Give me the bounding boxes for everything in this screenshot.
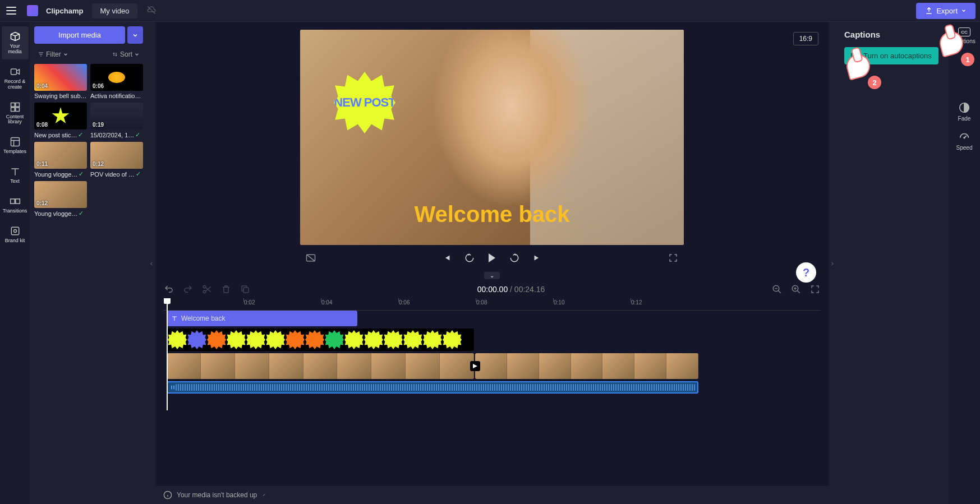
overlay-text: Welcome back bbox=[300, 202, 684, 227]
nav-templates[interactable]: Templates bbox=[2, 132, 29, 159]
step-back-button[interactable] bbox=[463, 252, 476, 264]
svg-rect-1 bbox=[11, 69, 16, 75]
collapse-left-panel[interactable]: ‹ bbox=[148, 22, 155, 504]
video-clip-2[interactable] bbox=[475, 353, 698, 379]
svg-rect-11 bbox=[11, 227, 19, 234]
video-track[interactable] bbox=[163, 353, 821, 379]
text-track[interactable]: Welcome back bbox=[163, 311, 821, 326]
svg-point-18 bbox=[203, 285, 206, 288]
zoom-fit-button[interactable] bbox=[809, 284, 821, 295]
app-name: Clipchamp bbox=[46, 7, 83, 15]
app-logo bbox=[27, 5, 38, 16]
media-panel: Import media Filter Sort 0:04 Swaying be… bbox=[30, 22, 148, 504]
step-fwd-button[interactable] bbox=[508, 252, 521, 264]
undo-button[interactable] bbox=[163, 284, 174, 295]
import-media-dropdown[interactable] bbox=[127, 26, 143, 44]
nav-your-media[interactable]: Your media bbox=[2, 26, 29, 59]
collapse-preview-button[interactable]: ⌄ bbox=[484, 272, 500, 279]
svg-line-25 bbox=[797, 290, 800, 293]
svg-rect-5 bbox=[15, 107, 19, 111]
sticker-track[interactable] bbox=[163, 329, 821, 351]
right-property-rail: CC Captions 1 Fade Speed bbox=[949, 22, 980, 504]
svg-rect-28 bbox=[171, 386, 172, 390]
import-media-button[interactable]: Import media bbox=[34, 26, 125, 44]
text-clip[interactable]: Welcome back bbox=[167, 311, 357, 326]
svg-rect-3 bbox=[15, 103, 19, 107]
audio-track[interactable] bbox=[163, 381, 821, 394]
media-item[interactable]: 0:19 15/02/2024, 1…✓ bbox=[90, 103, 143, 138]
nav-content-library[interactable]: Content library bbox=[2, 97, 29, 130]
zoom-in-button[interactable] bbox=[790, 284, 802, 295]
svg-rect-6 bbox=[11, 138, 19, 146]
collapse-right-panel[interactable]: › bbox=[829, 22, 836, 504]
svg-point-37 bbox=[964, 137, 965, 138]
media-item[interactable]: 0:04 Swaying bell sub… bbox=[34, 64, 87, 99]
svg-point-12 bbox=[13, 230, 16, 233]
export-label: Export bbox=[936, 7, 958, 15]
svg-rect-2 bbox=[11, 103, 15, 107]
svg-line-22 bbox=[778, 290, 781, 293]
help-button[interactable]: ? bbox=[796, 262, 816, 283]
filter-button[interactable]: Filter bbox=[38, 50, 68, 58]
media-item[interactable]: 0:06 Activa notificatio… bbox=[90, 64, 143, 99]
annotation-pointer-1: 1 bbox=[940, 31, 971, 63]
svg-rect-4 bbox=[11, 107, 15, 111]
video-preview[interactable]: NEW POST Welcome back bbox=[300, 30, 684, 245]
svg-rect-29 bbox=[173, 386, 174, 390]
prop-speed[interactable]: Speed bbox=[956, 131, 973, 151]
skip-start-button[interactable] bbox=[441, 252, 453, 264]
sticker-clip[interactable] bbox=[167, 329, 474, 351]
video-clip-1[interactable] bbox=[167, 353, 474, 379]
delete-button[interactable] bbox=[220, 284, 232, 295]
svg-line-0 bbox=[148, 6, 155, 14]
zoom-out-button[interactable] bbox=[771, 284, 783, 295]
export-button[interactable]: Export bbox=[916, 3, 976, 19]
transition-marker[interactable] bbox=[470, 361, 480, 371]
left-nav-rail: Your media Record & create Content libra… bbox=[0, 22, 30, 504]
nav-record-create[interactable]: Record & create bbox=[2, 62, 29, 95]
svg-rect-9 bbox=[10, 199, 15, 204]
svg-line-17 bbox=[307, 255, 315, 261]
safe-zone-toggle[interactable] bbox=[305, 252, 317, 264]
aspect-ratio-button[interactable]: 16:9 bbox=[793, 32, 818, 45]
menu-button[interactable] bbox=[4, 4, 18, 17]
media-item[interactable]: 0:11 Young vlogge…✓ bbox=[34, 142, 87, 178]
timeline-ruler[interactable]: 00:020:040:060:080:100:12 bbox=[163, 298, 821, 311]
svg-point-19 bbox=[203, 290, 206, 293]
skip-end-button[interactable] bbox=[531, 252, 543, 264]
media-item[interactable]: 0:12 POV video of …✓ bbox=[90, 142, 143, 178]
split-button[interactable] bbox=[201, 284, 213, 295]
duplicate-button[interactable] bbox=[240, 284, 251, 295]
media-item[interactable]: 0:08 New post stic…✓ bbox=[34, 103, 87, 138]
project-name[interactable]: My video bbox=[92, 3, 137, 19]
audio-clip[interactable] bbox=[167, 381, 698, 394]
nav-text[interactable]: Text bbox=[2, 161, 29, 189]
svg-rect-20 bbox=[243, 288, 249, 293]
annotation-pointer-2: 2 bbox=[846, 54, 878, 86]
captions-panel: Captions CC Turn on autocaptions 2 bbox=[836, 22, 949, 504]
fullscreen-button[interactable] bbox=[667, 252, 679, 264]
sync-off-icon[interactable] bbox=[146, 5, 157, 17]
timecode-display: 00:00.00 / 00:24.16 bbox=[477, 285, 545, 294]
chevron-up-icon[interactable] bbox=[261, 492, 268, 498]
media-item[interactable]: 0:12 Young vlogge…✓ bbox=[34, 181, 87, 217]
prop-fade[interactable]: Fade bbox=[958, 101, 971, 122]
nav-brand-kit[interactable]: Brand kit bbox=[2, 221, 29, 248]
redo-button[interactable] bbox=[182, 284, 194, 295]
svg-rect-10 bbox=[15, 199, 20, 204]
nav-transitions[interactable]: Transitions bbox=[2, 191, 29, 219]
sort-button[interactable]: Sort bbox=[112, 50, 140, 58]
play-button[interactable] bbox=[486, 252, 498, 264]
playhead[interactable] bbox=[167, 298, 168, 410]
footer-message: Your media isn't backed up bbox=[177, 491, 257, 499]
info-icon bbox=[163, 491, 172, 500]
captions-panel-title: Captions bbox=[844, 30, 941, 39]
